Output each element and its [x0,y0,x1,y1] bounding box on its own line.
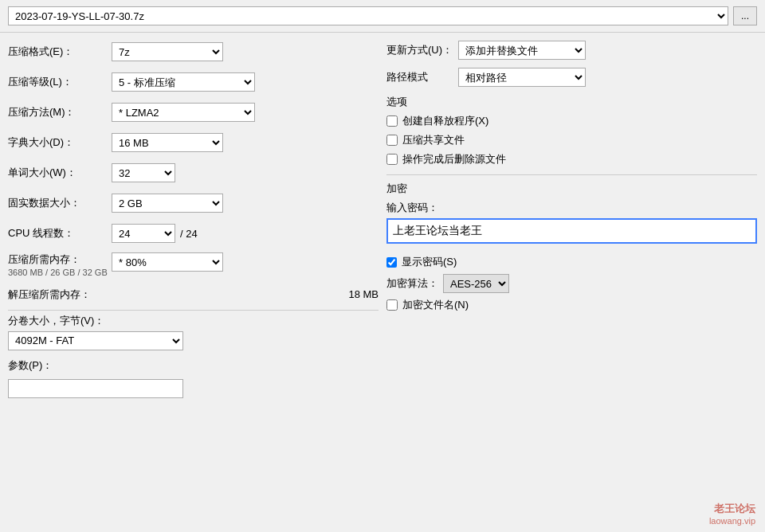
options-title: 选项 [386,95,757,109]
dict-select[interactable]: 16 MB [112,133,223,152]
format-row: 压缩格式(E)： 7z [8,41,379,63]
solid-control: 2 GB [112,194,379,213]
threads-total: / 24 [180,228,198,240]
method-select[interactable]: * LZMA2 [112,103,255,122]
check3-label[interactable]: 操作完成后删除源文件 [402,152,506,166]
dict-row: 字典大小(D)： 16 MB [8,131,379,154]
memory-block: 压缩所需内存： 3680 MB / 26 GB / 32 GB * 80% [8,252,379,280]
memory-control: * 80% [112,252,379,272]
format-label: 压缩格式(E)： [8,45,112,59]
show-password-checkbox[interactable] [386,257,397,268]
memory-label: 压缩所需内存： 3680 MB / 26 GB / 32 GB [8,252,112,280]
filename-select[interactable]: 2023-07-19-YS-LL-07-30.7z [8,6,728,25]
algo-label: 加密算法： [386,276,438,291]
main-dialog: 2023-07-19-YS-LL-07-30.7z ... 压缩格式(E)： 7… [0,0,765,532]
options-section: 选项 创建自释放程序(X) 压缩共享文件 操作完成后删除源文件 [386,95,757,166]
encrypt-title: 加密 [386,182,757,196]
level-row: 压缩等级(L)： 5 - 标准压缩 [8,71,379,93]
divider1 [8,310,379,311]
memory-sub: 3680 MB / 26 GB / 32 GB [8,267,112,279]
password-label: 输入密码： [386,201,757,215]
dict-label: 字典大小(D)： [8,135,112,150]
encrypt-filename-label[interactable]: 加密文件名(N) [402,298,469,312]
check1-row: 创建自释放程序(X) [386,114,757,128]
check2-checkbox[interactable] [386,135,398,146]
format-control: 7z [112,42,379,61]
solid-label: 固实数据大小： [8,196,112,210]
watermark-line1: 老王论坛 [709,502,755,516]
decompress-value: 18 MB [112,288,379,300]
algo-select[interactable]: AES-256 [443,274,509,293]
update-label: 更新方式(U)： [386,43,458,57]
volume-row: 分卷大小，字节(V)： 4092M - FAT [8,314,379,350]
threads-control: 24 / 24 [112,224,379,243]
decompress-row: 解压缩所需内存： 18 MB [8,288,379,302]
params-row: 参数(P)： [8,358,379,373]
update-control: 添加并替换文件 [458,41,757,60]
params-input[interactable] [8,379,183,398]
password-input[interactable] [386,218,757,244]
path-select[interactable]: 相对路径 [458,68,586,87]
check2-label[interactable]: 压缩共享文件 [402,133,465,147]
threads-label: CPU 线程数： [8,226,112,241]
level-label: 压缩等级(L)： [8,75,112,89]
volume-select[interactable]: 4092M - FAT [8,331,183,350]
top-bar: 2023-07-19-YS-LL-07-30.7z ... [0,0,765,33]
encrypt-section: 加密 输入密码： 显示密码(S) 加密算法： AES-256 [386,182,757,312]
decompress-label: 解压缩所需内存： [8,288,112,302]
check2-row: 压缩共享文件 [386,133,757,147]
watermark-line2: laowang.vip [709,516,755,526]
threads-row: CPU 线程数： 24 / 24 [8,222,379,244]
format-select[interactable]: 7z [112,42,223,61]
params-label: 参数(P)： [8,358,53,373]
word-control: 32 [112,163,379,182]
show-password-label[interactable]: 显示密码(S) [402,255,457,269]
word-select[interactable]: 32 [112,163,175,182]
memory-select[interactable]: * 80% [112,252,223,272]
method-control: * LZMA2 [112,103,379,122]
check1-label[interactable]: 创建自释放程序(X) [402,114,488,128]
divider2 [386,174,757,175]
threads-select[interactable]: 24 [112,224,175,243]
browse-button[interactable]: ... [733,6,757,25]
method-row: 压缩方法(M)： * LZMA2 [8,101,379,123]
encrypt-bottom: 显示密码(S) 加密算法： AES-256 加密文件名(N) [386,255,757,312]
method-label: 压缩方法(M)： [8,105,112,119]
check3-checkbox[interactable] [386,154,398,165]
memory-label-row: 压缩所需内存： 3680 MB / 26 GB / 32 GB * 80% [8,252,379,280]
show-password-row: 显示密码(S) [386,255,757,269]
right-panel: 更新方式(U)： 添加并替换文件 路径模式 相对路径 选项 [386,41,757,398]
encrypt-filename-checkbox[interactable] [386,299,398,311]
volume-label: 分卷大小，字节(V)： [8,314,379,328]
left-panel: 压缩格式(E)： 7z 压缩等级(L)： 5 - 标准压缩 压缩方法(M [8,41,379,398]
path-row: 路径模式 相对路径 [386,68,757,87]
solid-select[interactable]: 2 GB [112,194,223,213]
path-label: 路径模式 [386,70,458,84]
update-select[interactable]: 添加并替换文件 [458,41,586,60]
algo-row: 加密算法： AES-256 [386,274,757,293]
solid-row: 固实数据大小： 2 GB [8,192,379,214]
word-label: 单词大小(W)： [8,166,112,180]
check1-checkbox[interactable] [386,115,398,127]
watermark: 老王论坛 laowang.vip [709,502,755,526]
path-control: 相对路径 [458,68,757,87]
main-content: 压缩格式(E)： 7z 压缩等级(L)： 5 - 标准压缩 压缩方法(M [0,33,765,406]
word-row: 单词大小(W)： 32 [8,162,379,184]
dict-control: 16 MB [112,133,379,152]
level-control: 5 - 标准压缩 [112,72,379,92]
encrypt-filename-row: 加密文件名(N) [386,298,757,312]
check3-row: 操作完成后删除源文件 [386,152,757,166]
level-select[interactable]: 5 - 标准压缩 [112,72,255,92]
update-row: 更新方式(U)： 添加并替换文件 [386,41,757,60]
